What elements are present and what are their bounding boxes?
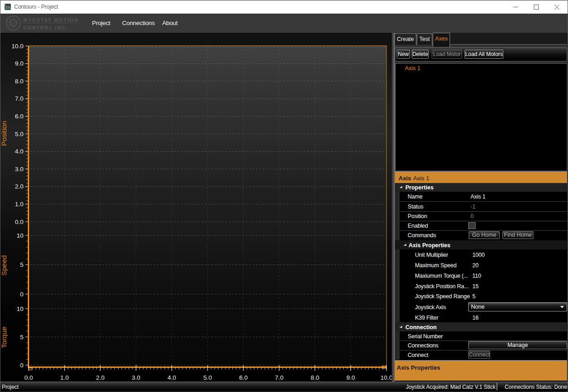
svg-text:7.0: 7.0 [15, 95, 24, 102]
svg-text:1.0: 1.0 [60, 374, 69, 381]
svg-text:1.0: 1.0 [15, 201, 24, 208]
svg-text:0: 0 [20, 291, 24, 298]
svg-text:6.0: 6.0 [239, 374, 248, 381]
svg-text:0.0: 0.0 [25, 374, 33, 381]
svg-text:5: 5 [20, 261, 24, 268]
svg-text:5.0: 5.0 [15, 131, 24, 137]
svg-text:5.0: 5.0 [203, 374, 212, 381]
svg-text:3.0: 3.0 [132, 374, 140, 381]
svg-text:9.0: 9.0 [347, 374, 355, 381]
svg-text:Position: Position [0, 121, 8, 146]
svg-text:2.0: 2.0 [15, 183, 24, 190]
svg-text:8.0: 8.0 [311, 374, 319, 381]
svg-text:4.0: 4.0 [15, 148, 24, 155]
svg-text:2.0: 2.0 [96, 374, 105, 381]
svg-text:8.0: 8.0 [15, 78, 24, 85]
svg-text:5: 5 [20, 334, 24, 341]
svg-text:10: 10 [16, 305, 23, 312]
svg-text:Speed: Speed [0, 255, 8, 276]
svg-text:6.0: 6.0 [15, 113, 24, 120]
svg-text:4.0: 4.0 [168, 374, 176, 381]
svg-text:10: 10 [16, 232, 23, 239]
svg-text:10.0: 10.0 [11, 43, 23, 50]
svg-text:0: 0 [20, 362, 24, 369]
svg-text:10.0: 10.0 [380, 374, 392, 381]
svg-text:9.0: 9.0 [15, 60, 24, 67]
svg-text:Torque: Torque [0, 326, 8, 348]
svg-text:3.0: 3.0 [15, 166, 24, 173]
svg-text:0.0: 0.0 [15, 219, 24, 225]
svg-text:7.0: 7.0 [275, 374, 284, 381]
